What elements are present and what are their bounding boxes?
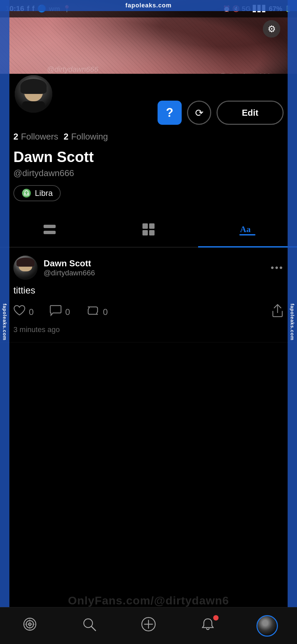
search-nav-icon: [82, 617, 97, 635]
post-actions: 0 0 0: [13, 304, 284, 320]
svg-text:Aa: Aa: [240, 224, 251, 234]
followers-count: 2: [13, 131, 18, 142]
nav-search[interactable]: [76, 612, 103, 639]
profile-handle: @dirtydawn666: [13, 168, 284, 178]
nav-profile[interactable]: [254, 612, 281, 639]
heart-icon: [13, 305, 25, 319]
following-count: 2: [64, 131, 68, 142]
like-button[interactable]: 0: [13, 305, 34, 319]
nav-home[interactable]: [16, 612, 43, 639]
add-nav-icon: [141, 617, 156, 635]
post-text: titties: [13, 285, 284, 296]
notification-badge: [213, 615, 219, 621]
header-watermark-left: @dirtydawn666: [47, 65, 98, 74]
nav-add[interactable]: [135, 612, 162, 639]
post-user-details: Dawn Scott @dirtydawn666: [44, 258, 95, 277]
svg-rect-4: [142, 230, 148, 235]
profile-section: ? ⟳ Edit 2 Followers 2 Following Dawn Sc…: [0, 74, 297, 215]
like-count: 0: [29, 307, 34, 317]
edit-button[interactable]: Edit: [217, 101, 284, 125]
tab-grid[interactable]: [99, 215, 198, 247]
profile-top-row: ? ⟳ Edit: [13, 74, 284, 125]
svg-rect-0: [44, 225, 56, 228]
svg-line-14: [92, 627, 96, 631]
repost-count: 0: [103, 307, 108, 317]
post-avatar: [13, 256, 38, 280]
following-stat[interactable]: 2 Following: [64, 131, 108, 142]
post-username: Dawn Scott: [44, 258, 95, 269]
avatar: [13, 74, 54, 114]
view-tabs: Aa: [0, 215, 297, 248]
comment-count: 0: [65, 307, 70, 317]
svg-rect-2: [142, 223, 148, 229]
repost-button[interactable]: 0: [86, 305, 108, 319]
nav-profile-avatar: [256, 615, 278, 637]
comment-icon: [50, 305, 62, 319]
post-user-info: Dawn Scott @dirtydawn666: [13, 256, 95, 280]
share-button[interactable]: [272, 304, 284, 320]
profile-zodiac: ♎ Libra: [13, 185, 61, 201]
post-header: Dawn Scott @dirtydawn666 •••: [13, 256, 284, 280]
grid-view-icon: [142, 223, 155, 239]
nav-notifications[interactable]: [194, 612, 221, 639]
post-card: Dawn Scott @dirtydawn666 ••• titties 0 0: [0, 248, 297, 342]
list-view-icon: [43, 223, 56, 238]
watermark-right: fapoleaks.com: [288, 0, 297, 644]
trophy-button[interactable]: ⟳: [187, 101, 211, 125]
profile-actions: ? ⟳ Edit: [158, 101, 284, 125]
watermark-left: fapoleaks.com: [0, 0, 9, 644]
tab-text[interactable]: Aa: [198, 215, 297, 247]
svg-rect-7: [239, 234, 255, 235]
repost-icon: [86, 305, 100, 319]
post-user-handle: @dirtydawn666: [44, 269, 95, 277]
zodiac-label: Libra: [35, 189, 53, 198]
text-view-icon: Aa: [239, 223, 255, 239]
profile-name: Dawn Scott: [13, 149, 284, 165]
followers-stat[interactable]: 2 Followers: [13, 131, 58, 142]
comment-button[interactable]: 0: [50, 305, 70, 319]
post-timestamp: 3 minutes ago: [13, 325, 284, 334]
followers-label: Followers: [21, 131, 58, 142]
tab-list[interactable]: [0, 215, 99, 247]
zodiac-icon: ♎: [21, 189, 32, 198]
bottom-url-bar: OnlyFans.com/@dirtydawn6: [9, 594, 288, 607]
watermark-banner-top: fapoleaks.com: [0, 0, 297, 11]
bell-nav-icon: [200, 617, 215, 635]
following-label: Following: [71, 131, 108, 142]
svg-rect-5: [149, 230, 155, 235]
svg-rect-3: [149, 223, 155, 229]
post-more-button[interactable]: •••: [271, 262, 284, 273]
home-nav-icon: [22, 617, 37, 635]
profile-stats: 2 Followers 2 Following: [13, 131, 284, 142]
settings-button[interactable]: ⚙: [263, 20, 280, 38]
bottom-nav: [0, 607, 297, 644]
help-button[interactable]: ?: [158, 101, 182, 125]
svg-rect-1: [44, 231, 56, 234]
